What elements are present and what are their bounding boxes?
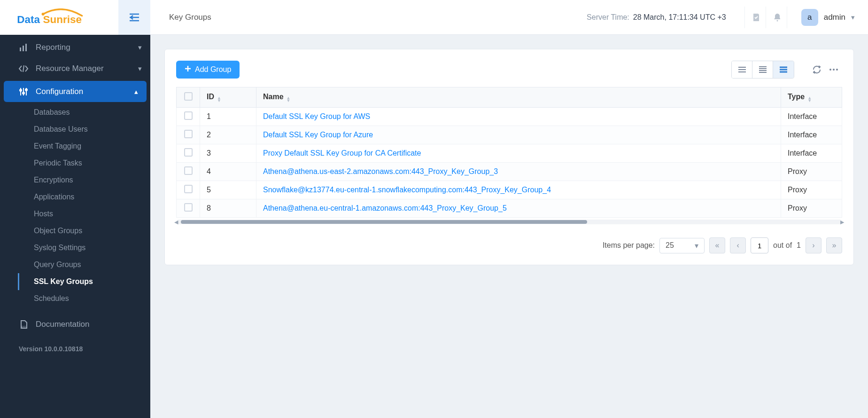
column-header-type[interactable]: Type▲▼ [781, 87, 842, 108]
row-checkbox[interactable] [184, 130, 193, 138]
chevron-down-icon: ▾ [138, 43, 142, 52]
plus-icon [185, 65, 191, 74]
cell-id: 8 [200, 199, 256, 218]
first-page-button[interactable]: « [709, 237, 725, 253]
svg-point-29 [833, 69, 835, 71]
svg-point-11 [23, 92, 24, 94]
user-name: admin [824, 13, 845, 22]
cell-id: 1 [200, 108, 256, 126]
cell-name-link[interactable]: Athena@athena.us-east-2.amazonaws.com:44… [263, 167, 498, 175]
svg-line-7 [23, 65, 24, 72]
cell-name-link[interactable]: Default SSL Key Group for AWS [263, 112, 370, 120]
sidebar-subitem[interactable]: Hosts [0, 205, 150, 222]
more-options-button[interactable] [825, 61, 842, 78]
cell-id: 4 [200, 163, 256, 181]
user-menu[interactable]: a admin ▾ [801, 9, 855, 26]
cell-id: 3 [200, 144, 256, 163]
sidebar-subitem[interactable]: Query Groups [0, 256, 150, 273]
cell-name-link[interactable]: Proxy Default SSL Key Group for CA Certi… [263, 149, 421, 157]
svg-point-15 [776, 20, 778, 21]
row-checkbox[interactable] [184, 185, 193, 193]
row-checkbox[interactable] [184, 111, 193, 120]
svg-point-30 [836, 69, 838, 71]
sidebar-subitem[interactable]: Schedules [0, 290, 150, 307]
sidebar-subitem[interactable]: Encryptions [0, 172, 150, 189]
view-medium-button[interactable] [752, 61, 773, 78]
svg-rect-5 [23, 46, 24, 51]
column-header-id[interactable]: ID▲▼ [200, 87, 256, 108]
table-row: 2Default SSL Key Group for AzureInterfac… [177, 126, 842, 144]
cell-type: Interface [781, 108, 842, 126]
items-per-page-label: Items per page: [603, 241, 655, 250]
svg-rect-6 [25, 44, 27, 51]
chevron-down-icon: ▾ [138, 64, 142, 73]
cell-type: Interface [781, 126, 842, 144]
cell-name-link[interactable]: Default SSL Key Group for Azure [263, 131, 373, 139]
column-header-name[interactable]: Name▲▼ [256, 87, 781, 108]
svg-text:DOC: DOC [22, 325, 27, 328]
select-all-checkbox[interactable] [184, 92, 193, 101]
sidebar-item-resource-manager[interactable]: Resource Manager ▾ [0, 58, 150, 79]
sidebar: Data Sunrise Reporting ▾ Res [0, 0, 150, 418]
collapse-sidebar-button[interactable] [118, 0, 150, 35]
version-label: Version 10.0.0.10818 [0, 341, 150, 362]
row-checkbox[interactable] [184, 203, 193, 212]
chevron-down-icon: ▾ [851, 13, 855, 22]
sidebar-subitem[interactable]: Applications [0, 189, 150, 205]
svg-point-28 [829, 69, 831, 71]
sidebar-subitem[interactable]: SSL Key Groups [0, 273, 150, 290]
items-per-page-select[interactable]: 25 ▾ [659, 238, 705, 253]
sidebar-item-documentation[interactable]: DOC Documentation [0, 314, 150, 335]
out-of-label: out of [773, 241, 792, 250]
prev-page-button[interactable]: ‹ [730, 237, 746, 253]
server-time-label: Server Time: [587, 13, 629, 22]
last-page-button[interactable]: » [826, 237, 842, 253]
cell-id: 2 [200, 126, 256, 144]
view-large-button[interactable] [773, 61, 794, 78]
sidebar-subitem[interactable]: Event Tagging [0, 138, 150, 155]
cell-name-link[interactable]: Snowflake@kz13774.eu-central-1.snowflake… [263, 186, 551, 194]
sidebar-subitem[interactable]: Databases [0, 104, 150, 121]
sidebar-item-reporting[interactable]: Reporting ▾ [0, 37, 150, 58]
tasks-icon[interactable] [744, 7, 766, 28]
cell-id: 5 [200, 181, 256, 199]
row-checkbox[interactable] [184, 148, 193, 157]
refresh-button[interactable] [808, 61, 825, 78]
table-row: 8Athena@athena.eu-central-1.amazonaws.co… [177, 199, 842, 218]
sliders-icon [18, 86, 29, 97]
sort-icon: ▲▼ [287, 96, 291, 102]
view-compact-button[interactable] [732, 61, 752, 78]
sidebar-item-label: Resource Manager [36, 64, 138, 73]
cell-type: Proxy [781, 199, 842, 218]
pagination: Items per page: 25 ▾ « ‹ out of 1 › » [176, 237, 842, 253]
bell-icon[interactable] [766, 7, 787, 28]
cell-type: Proxy [781, 163, 842, 181]
sidebar-subitem[interactable]: Syslog Settings [0, 239, 150, 256]
table-row: 3Proxy Default SSL Key Group for CA Cert… [177, 144, 842, 163]
sidebar-item-label: Documentation [36, 320, 142, 329]
sidebar-subitem[interactable]: Database Users [0, 121, 150, 138]
table-row: 4Athena@athena.us-east-2.amazonaws.com:4… [177, 163, 842, 181]
add-group-button[interactable]: Add Group [176, 61, 240, 79]
svg-point-13 [25, 89, 27, 91]
next-page-button[interactable]: › [806, 237, 822, 253]
sidebar-subitem[interactable]: Periodic Tasks [0, 155, 150, 172]
cell-name-link[interactable]: Athena@athena.eu-central-1.amazonaws.com… [263, 204, 507, 212]
chart-icon [18, 42, 29, 53]
horizontal-scrollbar[interactable]: ◀ ▶ [176, 220, 842, 224]
sidebar-item-label: Reporting [36, 43, 138, 52]
logo-text-left: Data [17, 14, 40, 25]
chevron-down-icon: ▾ [695, 241, 698, 250]
main-panel: Add Group [164, 49, 854, 265]
key-groups-table: ID▲▼ Name▲▼ Type▲▼ 1Default SSL Key Grou… [176, 87, 842, 218]
page-title: Key Groups [169, 13, 211, 22]
sidebar-item-configuration[interactable]: Configuration ▴ [4, 81, 147, 102]
topbar: Key Groups Server Time: 28 March, 17:11:… [150, 0, 868, 35]
avatar: a [801, 9, 818, 26]
document-icon: DOC [18, 319, 29, 330]
current-page-input[interactable] [751, 237, 768, 253]
row-checkbox[interactable] [184, 166, 193, 175]
logo-text-right: Sunrise [43, 14, 82, 25]
sort-icon: ▲▼ [217, 96, 221, 102]
sidebar-subitem[interactable]: Object Groups [0, 222, 150, 239]
